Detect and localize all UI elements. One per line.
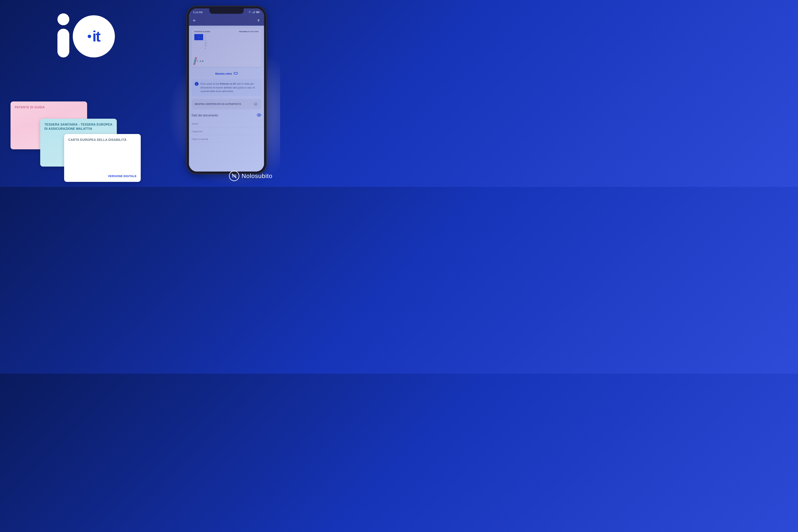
eye-icon[interactable]	[257, 113, 261, 118]
card-tessera-title: TESSERA SANITARIA - TESSERA EUROPEA DI A…	[44, 122, 113, 131]
io-i-dot	[57, 13, 69, 25]
show-back-label: Mostra retro	[215, 72, 232, 75]
app-body: PATENTE DI GUIDA REPUBBLICA ITALIANA I 1…	[189, 26, 264, 172]
eu-flag-icon: I	[194, 34, 203, 40]
license-card: PATENTE DI GUIDA REPUBBLICA ITALIANA I 1…	[192, 28, 261, 67]
svg-rect-3	[254, 11, 255, 13]
status-icons	[248, 11, 260, 14]
show-back-button[interactable]: Mostra retro	[189, 70, 264, 78]
field-nascita: Data di nascita	[192, 135, 261, 142]
svg-point-12	[259, 114, 260, 116]
flip-icon	[233, 72, 238, 75]
phone-mockup: 5:13 PM ?	[186, 6, 267, 174]
io-logo: it	[57, 13, 115, 57]
license-title-left: PATENTE DI GUIDA	[194, 31, 210, 33]
watermark-text: Nolosubito	[242, 172, 272, 179]
card-disabilita-title: CARTA EUROPEA DELLA DISABILITÀ	[68, 138, 136, 142]
svg-point-14	[235, 177, 236, 178]
card-patente-title: PATENTE DI GUIDA	[15, 105, 83, 110]
license-cat-label: 9.	[197, 60, 198, 62]
io-logo-i	[57, 13, 69, 57]
signal-icon	[252, 11, 255, 14]
watermark-icon	[229, 171, 239, 181]
show-certificate-button[interactable]: MOSTRA CERTIFICATO DI AUTENTICITÀ	[192, 99, 261, 109]
cards-stack: PATENTE DI GUIDA TESSERA SANITARIA - TES…	[11, 101, 135, 178]
license-title-right: REPUBBLICA ITALIANA	[239, 31, 259, 33]
phone-notch	[209, 8, 244, 14]
svg-rect-6	[260, 12, 260, 13]
svg-rect-0	[252, 13, 252, 13]
svg-rect-1	[253, 12, 253, 13]
app-header: ?	[189, 16, 264, 26]
card-disabilita-footer: VERSIONE DIGITALE	[108, 174, 136, 178]
field-nome: Nome	[192, 120, 261, 127]
svg-rect-5	[256, 12, 259, 13]
italy-flag-stripe-icon	[193, 57, 197, 65]
io-logo-o: it	[73, 15, 115, 57]
cert-button-label: MOSTRA CERTIFICATO DI AUTENTICITÀ	[195, 103, 241, 106]
document-data-header: Dati del documento	[192, 113, 261, 118]
phone-frame: 5:13 PM ?	[186, 6, 267, 174]
info-icon: i	[195, 82, 198, 86]
license-field-rows: 1. 2. 3. 4a. 4b. 5.	[205, 34, 259, 50]
svg-point-13	[232, 174, 233, 175]
section-label: Dati del documento	[192, 114, 218, 117]
back-icon[interactable]	[192, 18, 197, 23]
license-cat-value: A, B	[200, 60, 204, 62]
info-text: Puoi usare la tua Patente su IO solo in …	[201, 82, 258, 93]
wifi-icon	[248, 11, 251, 14]
battery-icon	[256, 11, 260, 14]
svg-rect-2	[254, 12, 254, 13]
license-categories: 9. A, B	[194, 57, 259, 65]
svg-text:I: I	[198, 36, 199, 38]
status-time: 5:13 PM	[193, 11, 203, 14]
io-i-stem	[57, 29, 69, 57]
phone-screen: 5:13 PM ?	[189, 8, 264, 172]
watermark-logo: Nolosubito	[229, 171, 272, 181]
svg-text:?: ?	[258, 19, 259, 22]
info-box: i Puoi usare la tua Patente su IO solo i…	[192, 79, 261, 96]
field-cognome: Cognome	[192, 127, 261, 135]
svg-rect-11	[234, 72, 237, 74]
card-disabilita: CARTA EUROPEA DELLA DISABILITÀ VERSIONE …	[64, 134, 141, 182]
help-icon[interactable]: ?	[256, 18, 261, 23]
chevron-down-icon	[253, 102, 258, 107]
io-it-text: it	[88, 28, 100, 45]
